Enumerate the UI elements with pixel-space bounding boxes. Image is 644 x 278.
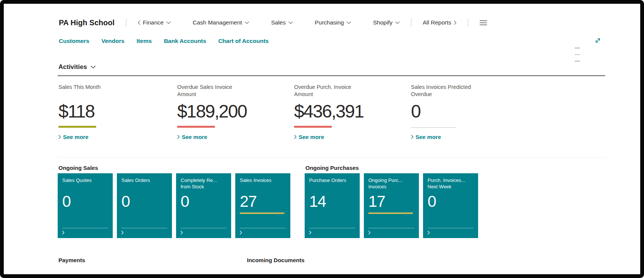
tile-label: Sales Quotes [62,177,107,190]
nav-separator [126,18,126,27]
activities-heading[interactable]: Activities [58,63,96,71]
kpi-label: Sales This Month [58,84,132,98]
menu-shopify[interactable]: Shopify [373,19,400,26]
link-customers[interactable]: Customers [59,38,89,44]
scrollbar-dash [575,61,580,62]
scrollbar-dash [575,47,580,49]
chevron-right-icon [294,135,297,139]
ongoing-sales-group: Ongoing Sales Sales Quotes 0 Sales Order… [58,165,290,238]
menu-sales[interactable]: Sales [271,19,293,26]
tile-value: 0 [62,193,108,210]
ongoing-sales-title: Ongoing Sales [58,165,290,171]
tile-footer [428,228,474,235]
tile-label: Sales Invoices [240,177,284,190]
nav-separator [411,18,411,27]
chevron-right-icon [181,231,183,235]
menu-label: All Reports [423,19,451,26]
chevron-right-icon [58,135,61,139]
tile-footer [309,228,355,235]
chevron-down-icon [288,21,293,24]
section-divider [58,157,605,157]
tile-value: 17 [368,193,414,210]
menu-label: Shopify [373,19,393,26]
tile-label: Ongoing Purc... Invoices [368,177,413,190]
tile-purch-invoices-due-next-week[interactable]: Purch. Invoices... Next Week 0 [423,173,478,238]
chevron-down-icon [347,21,351,24]
see-more-link[interactable]: See more [58,134,168,140]
tile-sales-invoices[interactable]: Sales Invoices 27 [235,173,290,238]
link-vendors[interactable]: Vendors [101,38,124,44]
ongoing-sales-tiles: Sales Quotes 0 Sales Orders 0 Co [58,173,290,238]
quick-links-bar: Customers Vendors Items Bank Accounts Ch… [59,38,269,44]
tile-value: 14 [309,193,355,210]
kpi-sales-this-month: Sales This Month $118 See more [58,84,168,140]
link-chart-of-accounts[interactable]: Chart of Accounts [218,38,269,44]
see-more-link[interactable]: See more [177,134,287,140]
more-options-icon[interactable] [480,20,487,26]
tile-value: 0 [121,193,167,210]
tile-footer [62,228,108,235]
see-more-label: See more [63,134,89,140]
scrollbar-dash [575,54,580,55]
chevron-right-icon [240,231,242,235]
chevron-right-icon [368,231,371,235]
kpi-status-underline [294,126,332,128]
expand-icon[interactable] [594,37,601,44]
tile-value: 0 [428,193,474,210]
see-more-link[interactable]: See more [294,134,403,140]
menu-finance[interactable]: Finance [138,19,171,26]
ongoing-purchases-group: Ongoing Purchases Purchase Orders 14 Ong… [305,165,478,238]
kpi-label: Overdue Sales Invoice Amount [177,84,251,98]
see-more-label: See more [416,134,441,140]
menu-all-reports[interactable]: All Reports [423,19,457,26]
chevron-left-icon [138,20,140,25]
tile-label: Purch. Invoices... Next Week [428,177,472,190]
tile-purchase-orders[interactable]: Purchase Orders 14 [305,173,360,238]
kpi-value[interactable]: $118 [58,102,168,121]
tile-value: 0 [181,193,227,210]
tile-footer [240,228,286,235]
tile-value: 27 [240,193,286,210]
menu-cash-management[interactable]: Cash Management [193,19,249,26]
payments-heading[interactable]: Payments [58,257,85,263]
see-more-link[interactable]: See more [411,134,520,140]
chevron-right-icon [177,135,180,139]
tile-label: Purchase Orders [309,177,354,190]
activities-divider [58,75,605,76]
incoming-documents-heading[interactable]: Incoming Documents [247,257,305,263]
scrollbar[interactable] [575,47,580,67]
chevron-right-icon [411,135,414,139]
tile-ongoing-purchase-invoices[interactable]: Ongoing Purc... Invoices 17 [364,173,419,238]
chevron-right-icon [121,231,124,235]
kpi-label: Sales Invoices Predicted Overdue [411,84,485,98]
ongoing-purchases-tiles: Purchase Orders 14 Ongoing Purc... Invoi… [305,173,478,238]
tile-status-underline [368,212,413,214]
kpi-value[interactable]: $189,200 [177,102,287,121]
see-more-label: See more [299,134,324,140]
tile-completely-released-from-stock[interactable]: Completely Re... from Stock 0 [176,173,231,238]
kpi-value[interactable]: $436,391 [294,102,403,121]
link-items[interactable]: Items [136,38,152,44]
kpi-status-underline [58,126,96,128]
tile-sales-quotes[interactable]: Sales Quotes 0 [58,173,113,238]
tile-status-underline [240,212,284,214]
company-name[interactable]: PA High School [59,18,115,27]
main-menu: Finance Cash Management Sales Purchasing [138,19,400,26]
see-more-label: See more [182,134,207,140]
kpi-status-underline [411,127,456,128]
tile-label: Sales Orders [121,177,166,190]
menu-purchasing[interactable]: Purchasing [315,19,351,26]
menu-label: Sales [271,19,286,26]
tile-footer [181,228,227,235]
kpi-overdue-sales-invoice-amount: Overdue Sales Invoice Amount $189,200 Se… [177,84,287,140]
nav-separator [468,18,468,27]
chevron-down-icon [166,21,171,24]
kpi-value[interactable]: 0 [411,102,520,121]
link-bank-accounts[interactable]: Bank Accounts [164,38,206,44]
app-window: PA High School Finance Cash Management S… [0,0,644,278]
tile-label: Completely Re... from Stock [181,177,225,190]
chevron-right-icon [309,231,311,235]
tile-sales-orders[interactable]: Sales Orders 0 [117,173,172,238]
top-nav-bar: PA High School Finance Cash Management S… [59,16,487,29]
chevron-down-icon [395,21,400,24]
